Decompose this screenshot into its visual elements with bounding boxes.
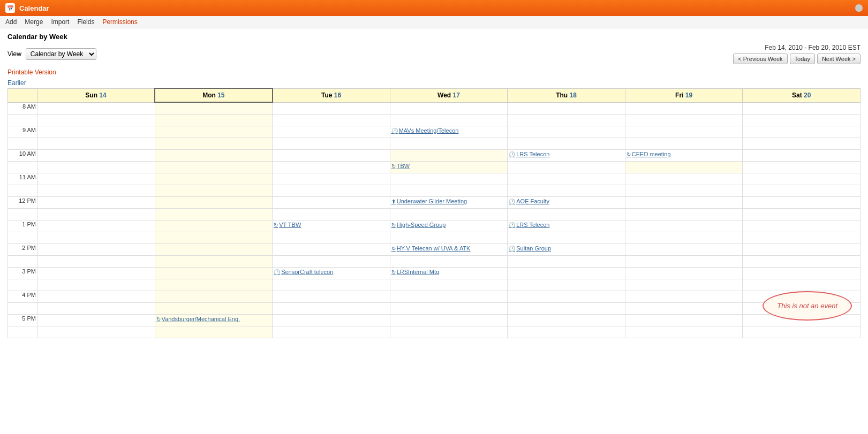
wed-2pm[interactable]: ↻HY-V Telecan w/ UVA & ATK xyxy=(390,243,508,255)
thu-10-30[interactable] xyxy=(508,161,625,173)
thu-8-30[interactable] xyxy=(508,114,625,126)
sat-12-30[interactable] xyxy=(743,208,861,220)
sat-2pm[interactable] xyxy=(743,243,861,255)
earlier-link[interactable]: Earlier xyxy=(0,78,868,88)
sun-5pm[interactable] xyxy=(37,314,155,326)
fri-8-30[interactable] xyxy=(625,114,743,126)
thu-12pm[interactable]: 🕐AOE Faculty xyxy=(508,196,625,208)
thu-11am[interactable] xyxy=(508,173,625,185)
mon-1pm[interactable] xyxy=(155,220,273,232)
tue-9am[interactable] xyxy=(273,126,390,138)
mon-10am[interactable] xyxy=(155,149,273,161)
wed-3-30[interactable] xyxy=(390,279,508,291)
sun-10-30[interactable] xyxy=(37,161,155,173)
tue-5pm[interactable] xyxy=(273,314,390,326)
sat-3-30[interactable] xyxy=(743,279,861,291)
thu-11-30[interactable] xyxy=(508,185,625,196)
fri-11-30[interactable] xyxy=(625,185,743,196)
wed-9-30[interactable] xyxy=(390,138,508,149)
sat-11am[interactable] xyxy=(743,173,861,185)
wed-12-30[interactable] xyxy=(390,208,508,220)
wed-5pm[interactable] xyxy=(390,314,508,326)
sat-11-30[interactable] xyxy=(743,185,861,196)
sun-1pm[interactable] xyxy=(37,220,155,232)
close-button[interactable] xyxy=(855,4,863,12)
menu-permissions[interactable]: Permissions xyxy=(102,18,137,26)
sat-9-30[interactable] xyxy=(743,138,861,149)
tue-1pm[interactable]: ↻VT TBW xyxy=(273,220,390,232)
sat-1pm[interactable] xyxy=(743,220,861,232)
tue-12pm[interactable] xyxy=(273,196,390,208)
underwater-glider-event[interactable]: ⬆Underwater Glider Meeting xyxy=(391,197,507,205)
mon-11-30[interactable] xyxy=(155,185,273,196)
fri-1pm[interactable] xyxy=(625,220,743,232)
tue-4pm[interactable] xyxy=(273,291,390,302)
prev-week-button[interactable]: < Previous Week xyxy=(733,54,787,64)
tbw-event[interactable]: ↻TBW xyxy=(391,162,507,170)
high-speed-group-event[interactable]: ↻High-Speed Group xyxy=(391,221,507,229)
sat-8-30[interactable] xyxy=(743,114,861,126)
thu-9am[interactable] xyxy=(508,126,625,138)
thu-9-30[interactable] xyxy=(508,138,625,149)
view-select[interactable]: Calendar by Week Calendar by Month Calen… xyxy=(26,48,96,60)
wed-4pm[interactable] xyxy=(390,291,508,302)
sun-11-30[interactable] xyxy=(37,185,155,196)
mon-9-30[interactable] xyxy=(155,138,273,149)
vt-tbw-event[interactable]: ↻VT TBW xyxy=(274,221,389,229)
sun-link[interactable]: 14 xyxy=(99,92,106,99)
wed-11-30[interactable] xyxy=(390,185,508,196)
sun-4pm[interactable] xyxy=(37,291,155,302)
mon-3pm[interactable] xyxy=(155,267,273,279)
printable-version-link[interactable]: Printable Version xyxy=(0,66,868,78)
fri-11am[interactable] xyxy=(625,173,743,185)
sun-3-30[interactable] xyxy=(37,279,155,291)
tue-10-30[interactable] xyxy=(273,161,390,173)
wed-2-30[interactable] xyxy=(390,255,508,267)
fri-12-30[interactable] xyxy=(625,208,743,220)
sat-12pm[interactable] xyxy=(743,196,861,208)
mon-12pm[interactable] xyxy=(155,196,273,208)
wed-5-30[interactable] xyxy=(390,326,508,338)
sat-5-30[interactable] xyxy=(743,326,861,338)
next-week-button[interactable]: Next Week > xyxy=(817,54,861,64)
sun-12pm[interactable] xyxy=(37,196,155,208)
thu-4pm[interactable] xyxy=(508,291,625,302)
wed-9am[interactable]: 🕐MAVs Meeting/Telecon xyxy=(390,126,508,138)
mon-12-30[interactable] xyxy=(155,208,273,220)
fri-4-30[interactable] xyxy=(625,302,743,314)
fri-2pm[interactable] xyxy=(625,243,743,255)
sat-3pm[interactable] xyxy=(743,267,861,279)
hy-v-telecan-event[interactable]: ↻HY-V Telecan w/ UVA & ATK xyxy=(391,245,507,252)
fri-5pm[interactable] xyxy=(625,314,743,326)
sat-8am[interactable] xyxy=(743,102,861,114)
vandsburger-event[interactable]: ↻Vandsburger/Mechanical Eng. xyxy=(156,315,271,323)
wed-3pm[interactable]: ↻LRSInternal Mtg xyxy=(390,267,508,279)
sun-3pm[interactable] xyxy=(37,267,155,279)
fri-5-30[interactable] xyxy=(625,326,743,338)
sat-10-30[interactable] xyxy=(743,161,861,173)
mon-5pm[interactable]: ↻Vandsburger/Mechanical Eng. xyxy=(155,314,273,326)
tue-11am[interactable] xyxy=(273,173,390,185)
thu-2pm[interactable]: 🕐Sultan Group xyxy=(508,243,625,255)
thu-10am[interactable]: 🕐LRS Telecon xyxy=(508,149,625,161)
mon-10-30[interactable] xyxy=(155,161,273,173)
thu-4-30[interactable] xyxy=(508,302,625,314)
wed-10-30-tbw[interactable]: ↻TBW xyxy=(390,161,508,173)
sat-2-30[interactable] xyxy=(743,255,861,267)
sun-12-30[interactable] xyxy=(37,208,155,220)
fri-2-30[interactable] xyxy=(625,255,743,267)
tue-11-30[interactable] xyxy=(273,185,390,196)
sat-link[interactable]: 20 xyxy=(804,92,811,99)
mon-9am[interactable] xyxy=(155,126,273,138)
wed-1pm[interactable]: ↻High-Speed Group xyxy=(390,220,508,232)
tue-8am[interactable] xyxy=(273,102,390,114)
lrs-internal-event[interactable]: ↻LRSInternal Mtg xyxy=(391,268,507,276)
wed-8-30[interactable] xyxy=(390,114,508,126)
wed-link[interactable]: 17 xyxy=(453,92,460,99)
tue-3-30[interactable] xyxy=(273,279,390,291)
wed-11am[interactable] xyxy=(390,173,508,185)
tue-8-30[interactable] xyxy=(273,114,390,126)
menu-fields[interactable]: Fields xyxy=(77,18,94,26)
mon-4pm[interactable] xyxy=(155,291,273,302)
tue-5-30[interactable] xyxy=(273,326,390,338)
